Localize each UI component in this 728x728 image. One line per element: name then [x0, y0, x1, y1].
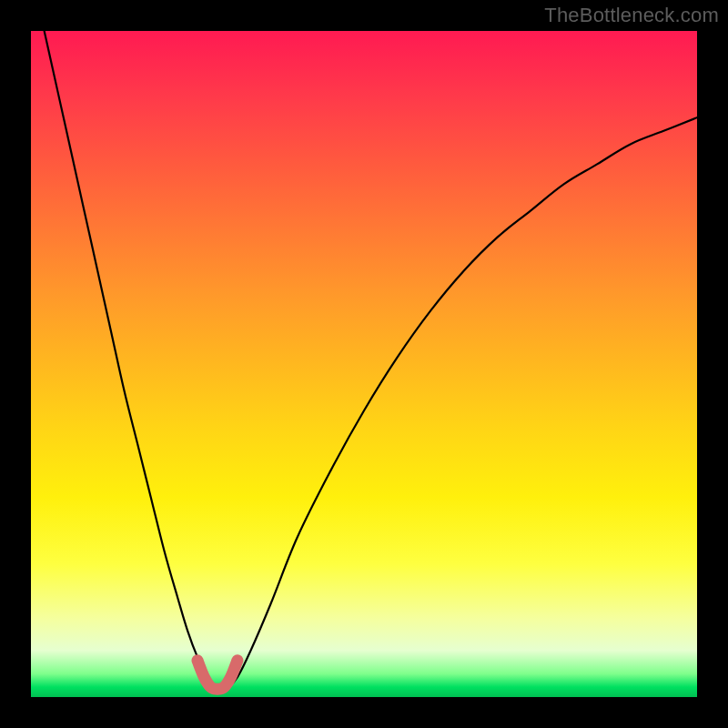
- bottleneck-curve: [45, 31, 697, 689]
- chart-frame: [0, 0, 728, 728]
- optimal-zone-highlight: [197, 661, 238, 689]
- chart-svg: [31, 31, 697, 697]
- plot-area: [31, 31, 697, 697]
- watermark-text: TheBottleneck.com: [544, 4, 719, 27]
